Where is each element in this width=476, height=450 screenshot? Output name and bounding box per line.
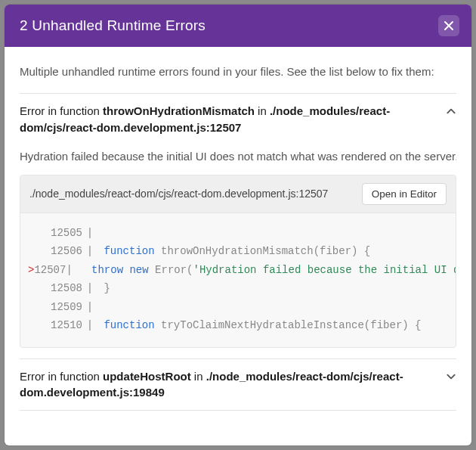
gutter-marker	[28, 279, 40, 298]
intro-text: Multiple unhandled runtime errors found …	[20, 47, 456, 93]
line-number: 12508	[40, 279, 82, 298]
error-item-title: Error in function updateHostRoot in ./no…	[20, 368, 437, 402]
error-accordion: Error in function throwOnHydrationMismat…	[20, 93, 456, 411]
gutter-pipe: |	[82, 316, 97, 335]
code-frame: ./node_modules/react-dom/cjs/react-dom.d…	[20, 175, 456, 348]
code-content: }	[104, 279, 110, 298]
line-number: 12507	[34, 261, 66, 280]
open-in-editor-button[interactable]: Open in Editor	[362, 183, 447, 205]
error-mid: in	[255, 104, 270, 117]
line-number: 12509	[40, 298, 82, 317]
close-icon	[444, 20, 454, 31]
gutter-marker	[28, 316, 40, 335]
error-item-title: Error in function throwOnHydrationMismat…	[20, 103, 437, 136]
code-line: 12509|	[28, 298, 456, 317]
gutter-marker	[28, 298, 40, 317]
error-function-name: throwOnHydrationMismatch	[103, 104, 255, 117]
overlay-title: 2 Unhandled Runtime Errors	[20, 17, 206, 34]
error-prefix: Error in function	[20, 104, 103, 117]
code-line: >12507| throw new Error('Hydration faile…	[28, 261, 456, 280]
line-number: 12506	[40, 242, 82, 261]
error-item: Error in function updateHostRoot in ./no…	[20, 359, 456, 411]
code-frame-header: ./node_modules/react-dom/cjs/react-dom.d…	[20, 175, 456, 213]
error-prefix: Error in function	[20, 370, 103, 383]
close-button[interactable]	[438, 15, 459, 36]
error-mid: in	[191, 370, 206, 383]
gutter-marker	[28, 242, 40, 261]
gutter-pipe: |	[82, 279, 97, 298]
code-content: function throwOnHydrationMismatch(fiber)…	[104, 242, 370, 261]
code-scroll[interactable]: 12505| 12506| function throwOnHydrationM…	[20, 213, 456, 347]
gutter-pipe: |	[66, 261, 72, 280]
code-line: 12510| function tryToClaimNextHydratable…	[28, 316, 456, 335]
code-line: 12506| function throwOnHydrationMismatch…	[28, 242, 456, 261]
line-number: 12505	[40, 224, 82, 243]
code-content: throw new Error('Hydration failed becaus…	[79, 261, 456, 280]
gutter-marker	[28, 224, 40, 243]
overlay-header: 2 Unhandled Runtime Errors	[5, 5, 471, 47]
error-message: Hydration failed because the initial UI …	[20, 148, 456, 175]
gutter-marker: >	[28, 261, 34, 280]
error-item-header[interactable]: Error in function updateHostRoot in ./no…	[20, 359, 456, 411]
chevron-down-icon	[446, 371, 456, 382]
code-line: 12508| }	[28, 279, 456, 298]
line-number: 12510	[40, 316, 82, 335]
overlay-body: Multiple unhandled runtime errors found …	[5, 47, 471, 445]
error-overlay: 2 Unhandled Runtime Errors Multiple unha…	[5, 5, 471, 445]
error-item-header[interactable]: Error in function throwOnHydrationMismat…	[20, 94, 456, 145]
gutter-pipe: |	[82, 242, 97, 261]
gutter-pipe: |	[82, 224, 97, 243]
gutter-pipe: |	[82, 298, 97, 317]
error-item: Error in function throwOnHydrationMismat…	[20, 94, 456, 359]
chevron-up-icon	[446, 106, 456, 116]
code-content: function tryToClaimNextHydratableInstanc…	[104, 316, 421, 335]
code-line: 12505|	[28, 224, 456, 243]
code-file-path: ./node_modules/react-dom/cjs/react-dom.d…	[29, 188, 328, 200]
code-lines: 12505| 12506| function throwOnHydrationM…	[20, 213, 456, 347]
error-function-name: updateHostRoot	[103, 370, 191, 383]
error-item-body: Hydration failed because the initial UI …	[20, 145, 456, 358]
